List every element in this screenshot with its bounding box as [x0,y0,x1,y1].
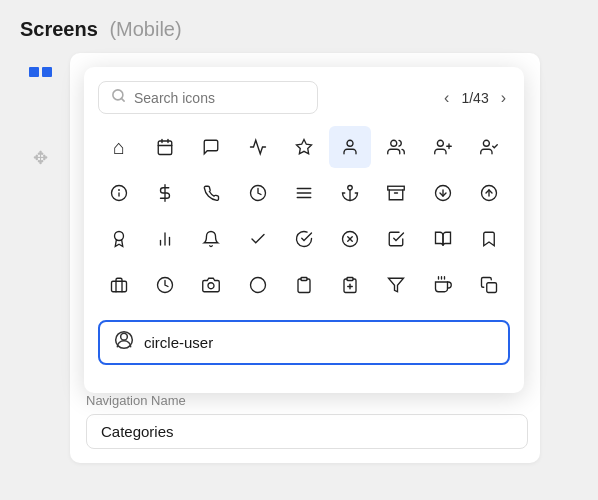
blue-square-2 [42,67,52,77]
icon-cell-home[interactable]: ⌂ [98,126,140,168]
icon-cell-activity[interactable] [237,126,279,168]
svg-marker-44 [389,278,404,292]
next-page-button[interactable]: › [497,87,510,109]
icon-cell-bell[interactable] [190,218,232,260]
content-area: ✥ [0,53,598,473]
icon-cell-user-check[interactable] [468,126,510,168]
svg-line-1 [121,98,124,101]
search-input[interactable] [134,90,305,106]
svg-rect-40 [301,278,307,281]
svg-rect-36 [112,281,127,292]
selected-icon-symbol [114,330,134,355]
title-text: Screens [20,18,98,40]
icon-cell-users[interactable] [375,126,417,168]
svg-point-21 [348,186,353,191]
move-handle-icon[interactable]: ✥ [33,147,48,169]
icon-cell-arrow-circle-down[interactable] [422,172,464,214]
icon-cell-menu[interactable] [283,172,325,214]
icon-cell-arrow-circle-up[interactable] [468,172,510,214]
nav-name-label: Navigation Name [86,393,528,408]
left-sidebar: ✥ [10,53,70,473]
icon-cell-clock[interactable] [237,172,279,214]
icon-cell-clipboard[interactable] [283,264,325,306]
icon-cell-user-add[interactable] [422,126,464,168]
icon-cell-user[interactable] [329,126,371,168]
icon-cell-calendar[interactable] [144,126,186,168]
icon-picker-popup: ‹ 1/43 › ⌂ [84,67,524,393]
icon-cell-circle[interactable] [237,264,279,306]
icon-cell-award[interactable] [98,218,140,260]
current-page: 1 [461,90,469,106]
svg-point-39 [250,278,265,293]
icon-cell-clock-2[interactable] [144,264,186,306]
subtitle-text: (Mobile) [109,18,181,40]
icon-cell-camera[interactable] [190,264,232,306]
svg-rect-41 [347,278,353,281]
icon-cell-star[interactable] [283,126,325,168]
page-title: Screens (Mobile) [20,18,182,40]
icon-cell-coffee[interactable] [422,264,464,306]
svg-point-7 [347,140,353,146]
total-pages: 43 [473,90,489,106]
icon-cell-phone[interactable] [190,172,232,214]
icon-cell-chat[interactable] [190,126,232,168]
icon-cell-check-circle[interactable] [283,218,325,260]
icon-grid: ⌂ [98,126,510,306]
svg-point-8 [391,140,397,146]
header: Screens (Mobile) [0,0,598,53]
nav-name-value[interactable]: Categories [86,414,528,449]
icon-cell-bookmark[interactable] [468,218,510,260]
search-input-wrapper[interactable] [98,81,318,114]
icon-cell-briefcase[interactable] [98,264,140,306]
pagination: ‹ 1/43 › [440,87,510,109]
icon-cell-anchor[interactable] [329,172,371,214]
page-info: 1/43 [461,90,488,106]
blue-squares-indicator [29,67,52,77]
svg-point-38 [208,283,214,289]
page-wrapper: Screens (Mobile) ✥ [0,0,598,500]
svg-rect-2 [158,141,172,155]
icon-cell-check[interactable] [237,218,279,260]
icon-cell-archive[interactable] [375,172,417,214]
icon-cell-book-open[interactable] [422,218,464,260]
icon-cell-filter[interactable] [375,264,417,306]
search-row: ‹ 1/43 › [98,81,510,114]
prev-page-button[interactable]: ‹ [440,87,453,109]
blue-square-1 [29,67,39,77]
svg-point-9 [437,140,443,146]
icon-cell-copy[interactable] [468,264,510,306]
svg-point-12 [483,140,489,146]
svg-point-49 [121,333,128,340]
svg-marker-6 [296,140,311,154]
search-icon [111,88,126,107]
icon-cell-dollar[interactable] [144,172,186,214]
svg-rect-48 [487,283,497,293]
icon-cell-clipboard-plus[interactable] [329,264,371,306]
svg-point-29 [115,232,124,241]
selected-icon-name: circle-user [144,334,213,351]
icon-cell-info[interactable] [98,172,140,214]
icon-cell-bar-chart[interactable] [144,218,186,260]
main-card: ‹ 1/43 › ⌂ [70,53,540,463]
selected-icon-row[interactable]: circle-user [98,320,510,365]
svg-rect-23 [388,186,405,190]
icon-cell-check-square[interactable] [375,218,417,260]
icon-cell-x-circle[interactable] [329,218,371,260]
nav-name-section: Navigation Name Categories [84,393,530,449]
